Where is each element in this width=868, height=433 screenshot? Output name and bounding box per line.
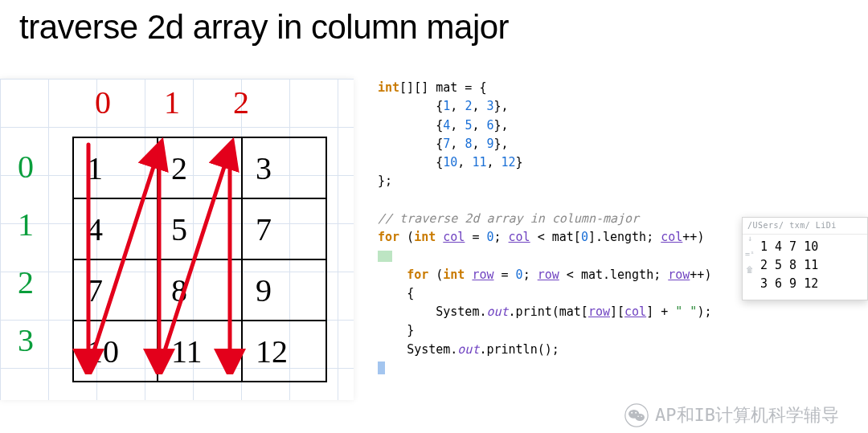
output-popup-header: /USers/ txm/ LiDi [743, 218, 867, 235]
svg-point-9 [635, 412, 637, 414]
code-block: int[][] mat = { {1, 2, 3}, {4, 5, 6}, {7… [378, 79, 868, 400]
watermark-text: AP和IB计算机科学辅导 [655, 402, 839, 429]
matrix-table: 1 2 3 4 5 7 7 8 9 10 11 12 [72, 137, 327, 382]
col-label-1: 1 [164, 84, 180, 121]
wechat-icon [624, 403, 649, 427]
table-row: 7 8 9 [73, 259, 326, 321]
matrix-diagram: 0 1 2 0 1 2 3 1 2 3 4 5 7 7 8 9 10 [0, 79, 354, 400]
cell: 12 [242, 321, 326, 382]
page-title: traverse 2d array in column major [19, 8, 868, 47]
watermark: AP和IB计算机科学辅导 [624, 402, 839, 429]
table-row: 4 5 7 [73, 198, 326, 259]
cell: 10 [73, 321, 158, 382]
wrap-icon[interactable]: =ˢ [745, 248, 755, 261]
cell: 11 [158, 321, 242, 382]
svg-point-7 [635, 414, 645, 421]
output-line: 3 6 9 12 [760, 275, 862, 293]
svg-point-11 [641, 415, 642, 417]
exec-highlight-icon [378, 251, 392, 262]
cell: 8 [158, 259, 242, 321]
svg-point-10 [637, 415, 639, 417]
trash-icon[interactable]: 🗑 [746, 263, 754, 276]
cell: 1 [73, 137, 158, 198]
table-row: 10 11 12 [73, 321, 326, 382]
download-icon[interactable]: ↓ [747, 232, 752, 245]
output-line: 1 4 7 10 [760, 238, 862, 256]
table-row: 1 2 3 [73, 137, 326, 198]
col-label-2: 2 [233, 84, 249, 121]
output-line: 2 5 8 11 [760, 256, 862, 275]
cell: 7 [73, 259, 158, 321]
row-label-3: 3 [18, 321, 34, 359]
cell: 5 [158, 198, 242, 259]
col-label-0: 0 [95, 84, 111, 121]
row-label-1: 1 [18, 206, 34, 243]
svg-point-8 [631, 412, 633, 414]
cell: 3 [242, 137, 326, 198]
cell: 9 [242, 259, 326, 321]
output-popup: /USers/ txm/ LiDi ↓ =ˢ 🗑 1 4 7 10 2 5 8 … [742, 217, 868, 300]
content-row: 0 1 2 0 1 2 3 1 2 3 4 5 7 7 8 9 10 [0, 79, 868, 400]
cell: 4 [73, 198, 158, 259]
output-gutter: ↓ =ˢ 🗑 [744, 232, 755, 276]
output-lines: 1 4 7 10 2 5 8 11 3 6 9 12 [743, 235, 867, 300]
row-label-2: 2 [18, 263, 34, 301]
row-label-0: 0 [18, 148, 34, 186]
cell: 7 [242, 198, 326, 259]
cursor-icon [378, 362, 385, 374]
cell: 2 [158, 137, 242, 198]
